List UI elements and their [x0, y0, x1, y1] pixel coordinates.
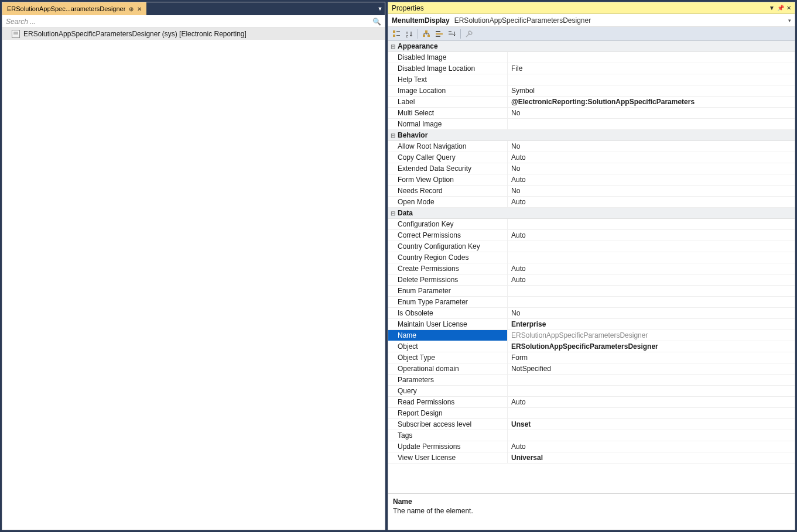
property-row[interactable]: ObjectERSolutionAppSpecificParametersDes… — [388, 341, 795, 352]
property-row[interactable]: Needs RecordNo — [388, 186, 795, 197]
property-value[interactable]: Auto — [508, 197, 795, 207]
property-value[interactable]: Symbol — [508, 85, 795, 96]
property-value[interactable]: Auto — [508, 441, 795, 452]
property-value[interactable]: Form — [508, 352, 795, 363]
property-value[interactable]: No — [508, 186, 795, 196]
property-value[interactable]: No — [508, 163, 795, 174]
property-value[interactable]: Enterprise — [508, 319, 795, 330]
property-row[interactable]: Enum Parameter — [388, 286, 795, 297]
category-row[interactable]: ⊟Data — [388, 208, 795, 219]
property-name: Parameters — [388, 375, 508, 385]
property-value[interactable] — [508, 74, 795, 85]
property-row[interactable]: Parameters — [388, 375, 795, 386]
chevron-down-icon[interactable]: ▾ — [788, 18, 791, 23]
property-row[interactable]: Country Region Codes — [388, 252, 795, 263]
property-value[interactable] — [508, 219, 795, 229]
property-row[interactable]: Delete PermissionsAuto — [388, 274, 795, 286]
property-value[interactable]: Auto — [508, 174, 795, 185]
property-value[interactable]: ERSolutionAppSpecificParametersDesigner — [508, 330, 795, 341]
property-row[interactable]: Query — [388, 386, 795, 397]
search-icon[interactable]: 🔍 — [372, 18, 381, 26]
pin-icon[interactable]: 📌 — [777, 5, 784, 11]
category-row[interactable]: ⊟Appearance — [388, 41, 795, 52]
property-row[interactable]: Multi SelectNo — [388, 108, 795, 119]
collapse-icon[interactable]: ⊟ — [388, 43, 398, 50]
categorized-button[interactable] — [391, 28, 402, 40]
object-selector-row[interactable]: MenuItemDisplay ERSolutionAppSpecificPar… — [388, 14, 795, 27]
window-menu-icon[interactable]: ▼ — [769, 5, 775, 11]
property-value[interactable]: Unset — [508, 419, 795, 430]
alphabetical-button[interactable]: AZ — [403, 28, 415, 40]
property-value[interactable]: File — [508, 63, 795, 74]
sort-button[interactable] — [446, 28, 458, 40]
property-row[interactable]: Label@ElectronicReporting:SolutionAppSpe… — [388, 97, 795, 108]
collapse-icon[interactable]: ⊟ — [388, 210, 398, 217]
property-row[interactable]: Maintain User LicenseEnterprise — [388, 319, 795, 330]
property-row[interactable]: Copy Caller QueryAuto — [388, 152, 795, 163]
close-icon[interactable]: ✕ — [786, 5, 791, 11]
property-value[interactable]: @ElectronicReporting:SolutionAppSpecific… — [508, 97, 795, 107]
wrench-button[interactable] — [463, 28, 475, 40]
property-value[interactable] — [508, 297, 795, 307]
property-value[interactable]: Universal — [508, 452, 795, 463]
group-toggle-button[interactable] — [433, 28, 445, 40]
menu-item-icon — [12, 30, 20, 38]
property-value[interactable]: Auto — [508, 152, 795, 163]
property-row[interactable]: Is ObsoleteNo — [388, 308, 795, 319]
property-value[interactable]: NotSpecified — [508, 363, 795, 374]
pin-icon[interactable]: ⊕ — [129, 6, 134, 12]
property-value[interactable] — [508, 430, 795, 441]
property-value[interactable]: Auto — [508, 263, 795, 274]
property-row[interactable]: Operational domainNotSpecified — [388, 363, 795, 375]
property-value[interactable] — [508, 252, 795, 263]
property-row[interactable]: Object TypeForm — [388, 352, 795, 363]
property-row[interactable]: Disabled Image — [388, 52, 795, 63]
property-value[interactable] — [508, 286, 795, 296]
property-row[interactable]: Image LocationSymbol — [388, 85, 795, 97]
property-row[interactable]: Normal Image — [388, 119, 795, 130]
property-value[interactable] — [508, 408, 795, 418]
property-row[interactable]: Tags — [388, 430, 795, 441]
property-row[interactable]: Help Text — [388, 74, 795, 85]
property-value[interactable]: Auto — [508, 230, 795, 241]
property-row[interactable]: Create PermissionsAuto — [388, 263, 795, 274]
property-row[interactable]: Country Configuration Key — [388, 241, 795, 252]
close-icon[interactable]: ✕ — [137, 6, 142, 12]
property-row[interactable]: NameERSolutionAppSpecificParametersDesig… — [388, 330, 795, 341]
property-value[interactable] — [508, 386, 795, 396]
property-value[interactable]: Auto — [508, 397, 795, 407]
collapse-icon[interactable]: ⊟ — [388, 132, 398, 139]
property-row[interactable]: Report Design — [388, 408, 795, 419]
property-row[interactable]: Configuration Key — [388, 219, 795, 230]
property-value[interactable]: Auto — [508, 274, 795, 285]
property-value[interactable] — [508, 375, 795, 385]
search-input[interactable] — [6, 18, 370, 26]
property-row[interactable]: Open ModeAuto — [388, 197, 795, 208]
property-row[interactable]: Enum Type Parameter — [388, 297, 795, 308]
property-row[interactable]: Correct PermissionsAuto — [388, 230, 795, 241]
property-name: Image Location — [388, 85, 508, 96]
property-value[interactable] — [508, 52, 795, 63]
property-row[interactable]: Read PermissionsAuto — [388, 397, 795, 408]
property-row[interactable]: Subscriber access levelUnset — [388, 419, 795, 430]
property-row[interactable]: Extended Data SecurityNo — [388, 163, 795, 174]
property-row[interactable]: Update PermissionsAuto — [388, 441, 795, 452]
svg-rect-1 — [393, 35, 395, 37]
property-value[interactable]: No — [508, 308, 795, 318]
property-value[interactable]: ERSolutionAppSpecificParametersDesigner — [508, 341, 795, 352]
extensions-button[interactable] — [420, 28, 432, 40]
tree-root-item[interactable]: ERSolutionAppSpecificParametersDesigner … — [2, 28, 385, 40]
property-name: Disabled Image — [388, 52, 508, 63]
tab-overflow-icon[interactable]: ▼ — [375, 2, 385, 15]
property-value[interactable]: No — [508, 108, 795, 118]
category-name: Behavior — [398, 131, 427, 139]
category-row[interactable]: ⊟Behavior — [388, 130, 795, 141]
property-value[interactable]: No — [508, 141, 795, 152]
property-value[interactable] — [508, 119, 795, 129]
property-row[interactable]: Allow Root NavigationNo — [388, 141, 795, 152]
property-row[interactable]: Form View OptionAuto — [388, 174, 795, 186]
property-row[interactable]: Disabled Image LocationFile — [388, 63, 795, 74]
document-tab[interactable]: ERSolutionAppSpec...arametersDesigner ⊕ … — [2, 2, 146, 15]
property-value[interactable] — [508, 241, 795, 252]
property-row[interactable]: View User LicenseUniversal — [388, 452, 795, 464]
